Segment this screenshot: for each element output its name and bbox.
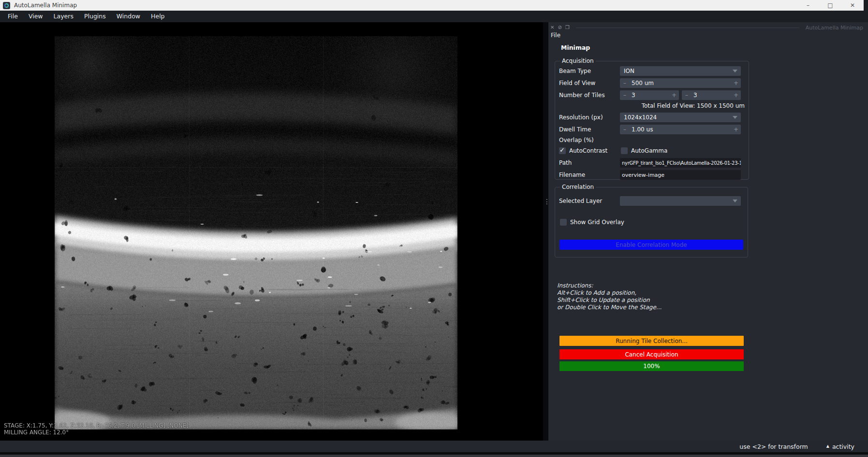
milling-angle-text: MILLING ANGLE: 12.0° xyxy=(4,429,189,436)
chevron-down-icon xyxy=(733,200,737,202)
resolution-select[interactable]: 1024x1024 xyxy=(620,113,741,122)
show-grid-overlay-label: Show Grid Overlay xyxy=(570,219,624,226)
menu-layers[interactable]: Layers xyxy=(48,11,79,22)
number-of-tiles-label: Number of Tiles xyxy=(559,92,620,99)
instructions-text: Instructions: Alt+Click to Add a positio… xyxy=(557,282,662,311)
app-window: AutoLamella Minimap – □ ✕ File View Laye… xyxy=(0,0,868,457)
running-tile-collection-button[interactable]: Running Tile Collection... xyxy=(559,336,744,346)
menu-bar: File View Layers Plugins Window Help xyxy=(0,11,868,22)
tiles-y-spinbox[interactable]: – 3 + xyxy=(682,90,741,100)
filename-label: Filename xyxy=(559,171,620,178)
overlap-label: Overlap (%) xyxy=(559,137,620,143)
dwell-time-label: Dwell Time xyxy=(559,126,620,133)
acquisition-group-title: Acquisition xyxy=(560,57,596,64)
autogamma-label: AutoGamma xyxy=(631,147,667,154)
stage-coordinates-text: STAGE: X:1.75, Y:3.62, Z:32.10, R:-75.2,… xyxy=(4,422,189,429)
increment-icon[interactable]: + xyxy=(670,90,678,100)
maximize-button[interactable]: □ xyxy=(819,0,841,11)
dock-splitter[interactable]: ⋮ xyxy=(543,22,548,441)
viewer-canvas-area[interactable]: STAGE: X:1.75, Y:3.62, Z:32.10, R:-75.2,… xyxy=(0,22,543,441)
path-label: Path xyxy=(559,159,620,166)
field-of-view-spinbox[interactable]: – 500 um + xyxy=(620,78,741,88)
menu-plugins[interactable]: Plugins xyxy=(79,11,111,22)
menu-file[interactable]: File xyxy=(2,11,23,22)
minimize-button[interactable]: – xyxy=(797,0,819,11)
acquisition-group: Acquisition Beam Type ION Field of View xyxy=(555,57,749,180)
chevron-down-icon xyxy=(733,116,737,119)
menu-window[interactable]: Window xyxy=(111,11,146,22)
show-grid-overlay-checkbox[interactable] xyxy=(560,219,567,226)
minimap-dock-panel: ✕ ⊘ ❐ AutoLamella Minimap File Minimap A… xyxy=(548,22,868,441)
decrement-icon[interactable]: – xyxy=(621,125,629,134)
dock-header: ✕ ⊘ ❐ AutoLamella Minimap xyxy=(550,24,863,31)
window-title: AutoLamella Minimap xyxy=(14,2,77,9)
resolution-label: Resolution (px) xyxy=(559,114,620,121)
menu-help[interactable]: Help xyxy=(146,11,170,22)
autogamma-checkbox[interactable] xyxy=(621,147,628,154)
status-bar: use <2> for transform ▲ activity xyxy=(0,441,868,452)
increment-icon[interactable]: + xyxy=(732,90,740,100)
dock-title: AutoLamella Minimap xyxy=(806,25,863,31)
dock-float-icon[interactable]: ❐ xyxy=(565,25,570,30)
autocontrast-label: AutoContrast xyxy=(569,147,607,154)
acquisition-progress-bar: 100% xyxy=(559,361,744,371)
correlation-group: Correlation Selected Layer Show Grid Ove… xyxy=(555,184,748,257)
increment-icon[interactable]: + xyxy=(732,125,740,134)
enable-correlation-mode-button[interactable]: Enable Correlation Mode xyxy=(559,240,743,250)
activity-label: activity xyxy=(832,443,854,450)
filename-input[interactable]: overview-image xyxy=(620,170,741,180)
menu-view[interactable]: View xyxy=(23,11,48,22)
transform-hint-text: use <2> for transform xyxy=(739,443,808,450)
correlation-group-title: Correlation xyxy=(560,184,596,190)
total-field-of-view-text: Total Field of View: 1500 x 1500 um xyxy=(559,102,745,109)
beam-type-label: Beam Type xyxy=(559,68,620,74)
dock-hide-icon[interactable]: ⊘ xyxy=(558,25,561,30)
activity-toggle[interactable]: ▲ activity xyxy=(826,443,854,450)
selected-layer-select[interactable] xyxy=(620,196,741,206)
chevron-down-icon xyxy=(733,70,737,72)
increment-icon[interactable]: + xyxy=(732,78,740,88)
close-button[interactable]: ✕ xyxy=(841,0,864,11)
napari-app-icon xyxy=(3,2,10,9)
selected-layer-label: Selected Layer xyxy=(559,198,620,204)
caret-up-icon: ▲ xyxy=(826,444,829,448)
beam-type-select[interactable]: ION xyxy=(620,66,741,76)
decrement-icon[interactable]: – xyxy=(621,90,629,100)
decrement-icon[interactable]: – xyxy=(621,78,629,88)
tile-overview-image[interactable] xyxy=(55,36,457,429)
window-edge xyxy=(864,0,868,11)
dock-menu-file[interactable]: File xyxy=(551,32,560,39)
dwell-time-spinbox[interactable]: – 1.00 us + xyxy=(620,125,741,134)
window-bottom-edge xyxy=(0,452,868,457)
path-input[interactable]: nyrGFP_tirant_Iso1_FCIso\AutoLamella-202… xyxy=(620,158,741,168)
stage-position-overlay: STAGE: X:1.75, Y:3.62, Z:32.10, R:-75.2,… xyxy=(4,422,189,436)
dock-close-icon[interactable]: ✕ xyxy=(550,25,554,30)
cancel-acquisition-button[interactable]: Cancel Acquisition xyxy=(559,349,744,359)
minimap-heading: Minimap xyxy=(561,44,590,51)
autocontrast-checkbox[interactable] xyxy=(559,147,566,154)
decrement-icon[interactable]: – xyxy=(683,90,691,100)
dock-header-divider xyxy=(576,28,799,28)
field-of-view-label: Field of View xyxy=(559,80,620,86)
title-bar: AutoLamella Minimap – □ ✕ xyxy=(0,0,868,11)
tiles-x-spinbox[interactable]: – 3 + xyxy=(620,90,679,100)
